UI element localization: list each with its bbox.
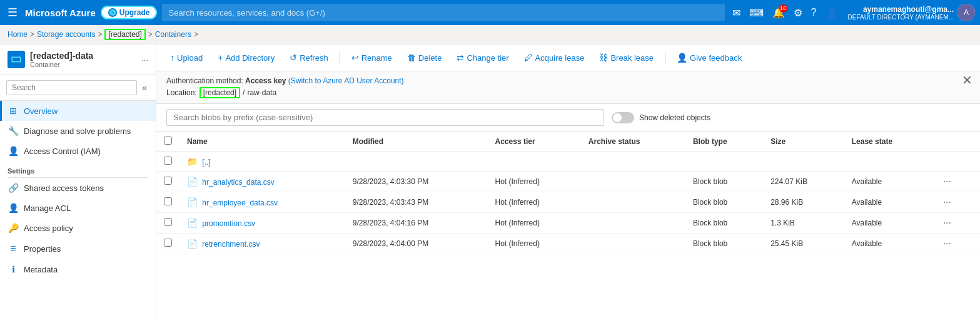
hamburger-icon[interactable]: ☰ bbox=[5, 3, 20, 22]
location-bar: Location: [redacted] / raw-data bbox=[166, 87, 970, 98]
sidebar: [redacted]-data Container ··· « ⊞ Overvi… bbox=[0, 44, 156, 320]
file-name-link[interactable]: retrenchment.csv bbox=[202, 240, 260, 249]
sidebar-item-access-policy[interactable]: 🔑 Access policy bbox=[0, 218, 156, 238]
row-checkbox-cell bbox=[156, 172, 179, 192]
row-actions-cell: ··· bbox=[932, 234, 980, 254]
row-blob-type-cell: Block blob bbox=[685, 234, 763, 254]
row-blob-type-cell: Block blob bbox=[685, 192, 763, 213]
sidebar-collapse-button[interactable]: « bbox=[139, 81, 149, 94]
sidebar-item-properties-label: Properties bbox=[24, 244, 61, 254]
file-name-link[interactable]: promomtion.csv bbox=[202, 219, 255, 228]
breadcrumb-storage-accounts[interactable]: Storage accounts bbox=[37, 30, 95, 39]
user-avatar[interactable]: A bbox=[957, 4, 975, 21]
feedback-btn-icon: 👤 bbox=[677, 53, 687, 63]
row-context-menu[interactable]: ··· bbox=[939, 175, 955, 188]
resource-more-button[interactable]: ··· bbox=[141, 55, 148, 65]
content-area: ✕ ↑ Upload + Add Directory ↺ Refresh ↩ R… bbox=[156, 44, 980, 320]
row-lease-state-cell: Available bbox=[844, 172, 932, 192]
topbar: ☰ Microsoft Azure ⊙ Upgrade ✉ ⌨ 🔔 10 ⚙ ?… bbox=[0, 0, 980, 25]
row-archive-status-cell bbox=[581, 234, 685, 254]
show-deleted-toggle[interactable] bbox=[612, 112, 634, 123]
row-name-cell: 📄 hr_employee_data.csv bbox=[179, 192, 345, 213]
change-tier-icon: ⇄ bbox=[457, 53, 464, 63]
row-size-cell bbox=[763, 152, 844, 172]
help-icon[interactable]: ? bbox=[809, 4, 819, 21]
row-context-menu[interactable]: ··· bbox=[939, 237, 955, 250]
user-menu[interactable]: aymanemaghouti@gma... DEFAULT DIRECTORY … bbox=[848, 5, 954, 21]
file-icon: 📄 bbox=[187, 197, 198, 207]
row-modified-cell: 9/28/2023, 4:03:30 PM bbox=[345, 172, 488, 192]
table-row: 📄 promomtion.csv 9/28/2023, 4:04:16 PM H… bbox=[156, 213, 980, 234]
location-account: [redacted] bbox=[200, 87, 240, 98]
email-icon[interactable]: ✉ bbox=[730, 4, 743, 21]
row-lease-state-cell: Available bbox=[844, 192, 932, 213]
file-name-link[interactable]: hr_analytics_data.csv bbox=[202, 178, 274, 187]
file-name-link[interactable]: hr_employee_data.csv bbox=[202, 199, 278, 207]
blob-search-input[interactable] bbox=[166, 109, 604, 126]
row-checkbox[interactable] bbox=[164, 177, 172, 185]
breadcrumb-home[interactable]: Home bbox=[8, 30, 28, 39]
sidebar-search-container: « bbox=[0, 75, 156, 101]
settings-icon[interactable]: ⚙ bbox=[791, 4, 805, 21]
location-container: raw-data bbox=[247, 88, 276, 97]
row-actions-cell bbox=[932, 152, 980, 172]
cloud-shell-icon[interactable]: ⌨ bbox=[747, 4, 766, 21]
sidebar-item-iam[interactable]: 👤 Access Control (IAM) bbox=[0, 141, 156, 161]
file-icon: 📄 bbox=[187, 218, 198, 228]
row-actions-cell: ··· bbox=[932, 192, 980, 213]
sidebar-item-shared-access[interactable]: 🔗 Shared access tokens bbox=[0, 178, 156, 198]
notifications-icon[interactable]: 🔔 10 bbox=[770, 4, 787, 21]
manage-acl-icon: 👤 bbox=[8, 203, 19, 213]
refresh-button[interactable]: ↺ Refresh bbox=[283, 49, 335, 66]
row-checkbox[interactable] bbox=[164, 218, 172, 226]
show-deleted-toggle-container: Show deleted objects bbox=[612, 112, 710, 123]
sidebar-search-input[interactable] bbox=[6, 80, 137, 95]
settings-section-label: Settings bbox=[0, 161, 156, 177]
select-all-checkbox[interactable] bbox=[164, 137, 172, 145]
row-context-menu[interactable]: ··· bbox=[939, 216, 955, 229]
file-name-link[interactable]: [..] bbox=[202, 158, 210, 167]
add-directory-button[interactable]: + Add Directory bbox=[211, 49, 281, 66]
breadcrumb-account[interactable]: [redacted] bbox=[104, 29, 145, 40]
upload-button[interactable]: ↑ Upload bbox=[164, 49, 209, 66]
table-header-checkbox bbox=[156, 132, 179, 152]
access-policy-icon: 🔑 bbox=[8, 223, 19, 233]
toggle-knob bbox=[613, 113, 622, 122]
row-checkbox[interactable] bbox=[164, 239, 172, 247]
feedback-icon[interactable]: 👤 bbox=[823, 4, 841, 21]
table-header-size: Size bbox=[763, 132, 844, 152]
give-feedback-button[interactable]: 👤 Give feedback bbox=[670, 49, 748, 66]
breadcrumb-containers[interactable]: Containers bbox=[155, 30, 191, 39]
break-lease-icon: ⛓ bbox=[599, 53, 608, 63]
global-search-input[interactable] bbox=[162, 4, 724, 21]
row-size-cell: 25.45 KiB bbox=[763, 234, 844, 254]
close-button[interactable]: ✕ bbox=[962, 73, 972, 88]
upgrade-button[interactable]: ⊙ Upgrade bbox=[101, 6, 158, 19]
row-context-menu[interactable]: ··· bbox=[939, 195, 955, 209]
sidebar-item-metadata[interactable]: ℹ Metadata bbox=[0, 259, 156, 279]
row-checkbox[interactable] bbox=[164, 157, 172, 165]
sidebar-item-properties[interactable]: ≡ Properties bbox=[0, 238, 156, 259]
rename-button[interactable]: ↩ Rename bbox=[345, 49, 398, 66]
file-icon: 📄 bbox=[187, 177, 198, 187]
auth-switch-link[interactable]: (Switch to Azure AD User Account) bbox=[288, 76, 404, 85]
notification-badge: 10 bbox=[779, 4, 787, 13]
sidebar-item-overview-label: Overview bbox=[24, 106, 58, 116]
table-header-archive-status: Archive status bbox=[581, 132, 685, 152]
folder-icon: 📁 bbox=[187, 157, 198, 167]
row-blob-type-cell bbox=[685, 152, 763, 172]
sidebar-item-diagnose-label: Diagnose and solve problems bbox=[24, 126, 131, 136]
iam-icon: 👤 bbox=[8, 146, 19, 156]
acquire-lease-button[interactable]: 🖊 Acquire lease bbox=[518, 49, 591, 66]
sidebar-item-overview[interactable]: ⊞ Overview bbox=[0, 101, 156, 121]
sidebar-item-diagnose[interactable]: 🔧 Diagnose and solve problems bbox=[0, 121, 156, 141]
row-access-tier-cell bbox=[488, 152, 581, 172]
delete-button[interactable]: 🗑 Delete bbox=[401, 49, 448, 66]
break-lease-button[interactable]: ⛓ Break lease bbox=[593, 49, 660, 66]
sidebar-item-manage-acl[interactable]: 👤 Manage ACL bbox=[0, 198, 156, 218]
resource-name: [redacted]-data bbox=[30, 51, 93, 61]
info-bar: Authentication method: Access key (Switc… bbox=[156, 71, 980, 104]
change-tier-button[interactable]: ⇄ Change tier bbox=[450, 49, 515, 66]
row-actions-cell: ··· bbox=[932, 213, 980, 234]
row-checkbox[interactable] bbox=[164, 197, 172, 205]
